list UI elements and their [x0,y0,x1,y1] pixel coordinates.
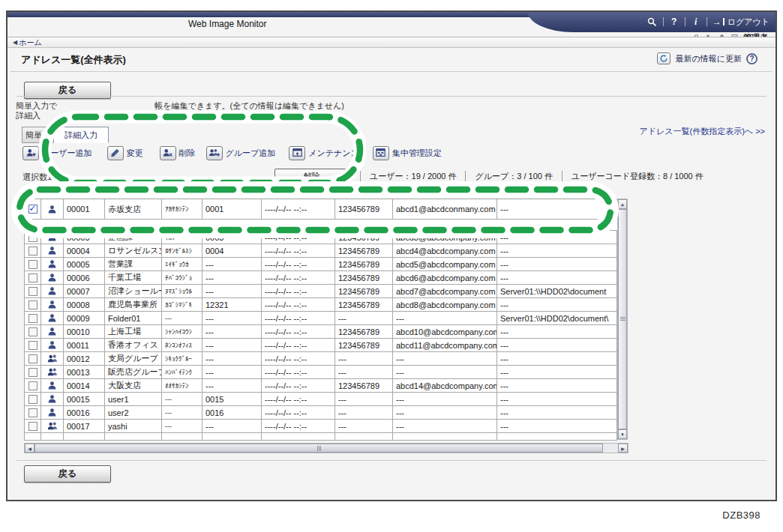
page-description: 簡単入力で帳を編集できます。(全ての情報は編集できません) 詳細入 [16,101,344,121]
person-icon [44,408,60,417]
cell-email-destination: --- [393,352,497,366]
toolbar-button-3[interactable]: 削除 [160,146,196,160]
cell-folder-destination: --- [497,298,617,312]
group-add-icon [206,146,223,160]
cell-name: 大阪支店 [105,379,162,393]
cell-name: user1 [105,393,162,406]
row-checkbox[interactable] [28,260,38,269]
row-checkbox[interactable] [28,300,38,309]
address-list-count-view-link[interactable]: アドレス一覧(件数指定表示)へ >> [639,126,765,137]
cell-user-code: 0003 [202,231,262,244]
cell-kana: ｷｶｸ [162,231,202,244]
cell-folder-destination: Server01:\\HDD02\document\ [497,312,617,325]
row-checkbox[interactable] [28,233,38,242]
row-checkbox[interactable] [28,205,38,214]
cell-folder-destination: --- [497,379,617,393]
table-row[interactable]: 00007沼津ショールームﾇﾏｽﾞｼｮｳﾙ-------/--/-- --:--… [25,285,617,298]
cell-user-code: 0016 [202,406,262,420]
table-vertical-scrollbar[interactable]: ▲ ▼ [617,199,628,440]
row-checkbox[interactable] [28,273,38,282]
person-icon [44,340,60,350]
row-checkbox[interactable] [28,247,38,256]
cell-name: 千葉工場 [105,271,162,285]
row-checkbox[interactable] [28,368,38,377]
row-checkbox[interactable] [28,341,38,350]
cell-fax-destination: 123456789 [335,271,393,285]
thumb-grip [620,317,626,318]
table-row[interactable]: 00015user1---0015----/--/-- --:---------… [25,393,617,406]
toolbar-button-2[interactable]: 変更 [107,146,143,160]
table-horizontal-scrollbar[interactable]: ◀ ▶ [24,443,628,453]
cell-registration-number: 00013 [64,366,105,379]
toolbar-button-6[interactable]: 集中管理設定 [373,146,442,160]
refresh-icon[interactable] [657,52,670,64]
table-row[interactable]: 00003企画課ｷｶｸ0003----/--/-- --:--123456789… [25,231,617,244]
logout-button[interactable]: → ログアウト [712,16,770,28]
cell-user-code: --- [202,366,262,379]
info-icon[interactable]: i [691,16,701,27]
cell-registration-number: 00007 [64,285,105,298]
cell-last-used: ----/--/-- --:-- [262,231,335,244]
search-icon[interactable] [647,16,658,27]
table-row[interactable]: 00006千葉工場ﾁﾊﾞｺｳｼﾞｮ-------/--/-- --:--1234… [25,271,617,285]
horizontal-scroll-thumb[interactable] [34,444,603,453]
row-checkbox[interactable] [28,408,38,417]
toolbar-button-label: 変更 [127,148,143,159]
row-checkbox[interactable] [28,354,38,363]
row-checkbox[interactable] [28,287,38,296]
scroll-right-button[interactable]: ▶ [618,444,628,453]
breadcrumb[interactable]: ◀ ホーム [8,37,776,48]
cell-last-used: ----/--/-- --:-- [262,352,335,366]
table-row[interactable]: 00012支局グループｼｷｮｸｸﾞﾙｰ-------/--/-- --:----… [25,352,617,366]
table-row[interactable]: 00014大阪支店ｵｵｻｶｼﾃﾝ-------/--/-- --:--12345… [25,379,617,393]
row-checkbox[interactable] [28,422,38,431]
table-row[interactable]: 00009Folder01----------/--/-- --:-------… [25,312,617,325]
table-row[interactable]: 00001赤坂支店ｱｶｻｶｼﾃﾝ0001----/--/-- --:--1234… [25,199,617,220]
cell-folder-destination: --- [497,258,617,271]
cell-registration-number: 00008 [64,298,105,312]
table-row[interactable]: 00010上海工場ｼｬﾝﾊｲｺｳｼ-------/--/-- --:--1234… [25,325,617,339]
description-line-2: 詳細入 [16,111,344,121]
table-row[interactable]: 00013販売店グループﾊﾝﾊﾞｲﾃﾝｸ-------/--/-- --:---… [25,366,617,379]
table-row[interactable]: 00008鹿児島事業所ｶｺﾞｼﾏｼﾞｷ12321----/--/-- --:--… [25,298,617,312]
table-row[interactable]: 00005営業課ｴｲｷﾞｮｳｶ-------/--/-- --:--123456… [25,258,617,271]
toolbar-button-label: 集中管理設定 [392,148,442,159]
toolbar-button-4[interactable]: グループ追加 [206,146,276,160]
row-checkbox[interactable] [28,314,38,323]
tab-detail-input[interactable]: 詳細入力 [53,127,109,143]
cell-user-code: 12321 [202,298,262,312]
person-icon [44,232,60,242]
registration-stat: ユーザーコード登録数：8 / 1000 件 [562,171,712,182]
table-row[interactable]: 00011香港オフィスﾎﾝｺﾝｵﾌｨｽ-------/--/-- --:--12… [25,339,617,352]
scroll-down-button[interactable]: ▼ [618,429,627,439]
table-row[interactable]: 00016user2---0016----/--/-- --:---------… [25,406,617,420]
vertical-scroll-thumb[interactable] [618,209,627,429]
page-help-icon[interactable]: ? [746,53,758,64]
row-checkbox[interactable] [28,327,38,336]
person-icon [44,313,60,323]
breadcrumb-home[interactable]: ホーム [19,37,41,48]
cell-user-code: --- [202,420,262,433]
clear-selection-button[interactable]: 解除 [274,169,350,184]
toolbar-button-5[interactable]: メンテナンス [289,146,359,160]
cell-kana: ｼｷｮｸｸﾞﾙｰ [162,352,202,366]
help-icon[interactable]: ? [669,16,680,27]
separator [685,17,686,26]
row-checkbox[interactable] [28,395,38,404]
cell-kana: ｶｺﾞｼﾏｼﾞｷ [162,298,202,312]
row-checkbox[interactable] [28,381,38,390]
divider [16,460,766,461]
toolbar-button-1[interactable]: ユーザー追加 [22,146,92,160]
breadcrumb-arrow-icon: ◀ [13,39,17,46]
refresh-label[interactable]: 最新の情報に更新 [675,53,742,64]
table-row[interactable]: 00017yashi----------/--/-- --:----------… [25,420,617,433]
cell-email-destination: abcd8@abcdcompany.com [393,298,497,312]
people-icon [44,354,60,363]
thumb-grip [317,446,318,451]
cell-kana: ｵｵｻｶｼﾃﾝ [162,379,202,393]
cell-last-used: ----/--/-- --:-- [262,339,335,352]
scroll-left-button[interactable]: ◀ [25,444,34,453]
back-button-bottom[interactable]: 戻る [24,465,111,483]
scroll-up-button[interactable]: ▲ [618,199,627,209]
table-row[interactable]: 00004ロサンゼルス支局ﾛｻﾝｾﾞﾙｽｼ0004----/--/-- --:-… [25,244,617,258]
